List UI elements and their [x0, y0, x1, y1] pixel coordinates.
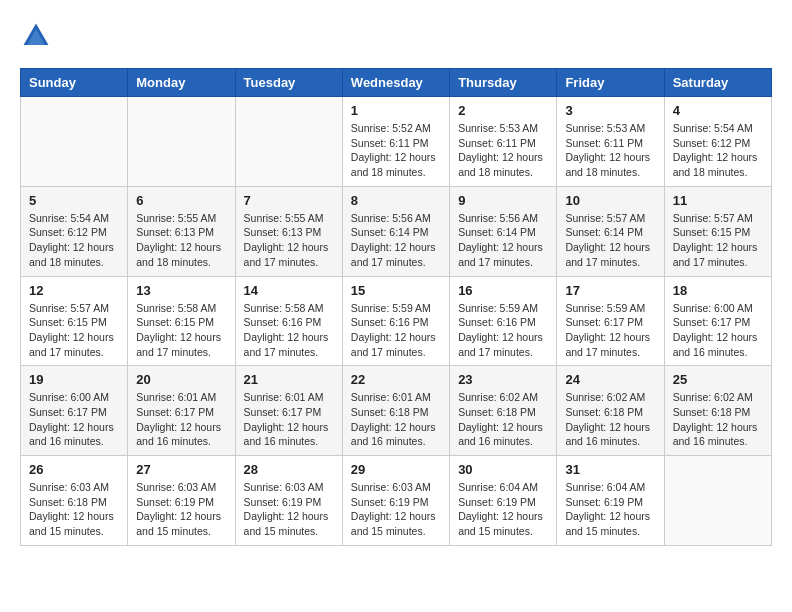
calendar-cell: 1Sunrise: 5:52 AM Sunset: 6:11 PM Daylig… — [342, 97, 449, 187]
day-number: 5 — [29, 193, 119, 208]
day-header-thursday: Thursday — [450, 69, 557, 97]
calendar-cell: 2Sunrise: 5:53 AM Sunset: 6:11 PM Daylig… — [450, 97, 557, 187]
day-number: 31 — [565, 462, 655, 477]
day-number: 26 — [29, 462, 119, 477]
calendar-cell: 22Sunrise: 6:01 AM Sunset: 6:18 PM Dayli… — [342, 366, 449, 456]
day-info: Sunrise: 5:57 AM Sunset: 6:14 PM Dayligh… — [565, 211, 655, 270]
day-info: Sunrise: 6:00 AM Sunset: 6:17 PM Dayligh… — [29, 390, 119, 449]
calendar-cell: 27Sunrise: 6:03 AM Sunset: 6:19 PM Dayli… — [128, 456, 235, 546]
calendar-cell: 12Sunrise: 5:57 AM Sunset: 6:15 PM Dayli… — [21, 276, 128, 366]
day-number: 17 — [565, 283, 655, 298]
day-number: 8 — [351, 193, 441, 208]
day-info: Sunrise: 5:56 AM Sunset: 6:14 PM Dayligh… — [458, 211, 548, 270]
day-header-tuesday: Tuesday — [235, 69, 342, 97]
day-info: Sunrise: 5:59 AM Sunset: 6:17 PM Dayligh… — [565, 301, 655, 360]
day-number: 23 — [458, 372, 548, 387]
calendar-cell: 25Sunrise: 6:02 AM Sunset: 6:18 PM Dayli… — [664, 366, 771, 456]
day-info: Sunrise: 5:57 AM Sunset: 6:15 PM Dayligh… — [673, 211, 763, 270]
day-number: 14 — [244, 283, 334, 298]
day-header-sunday: Sunday — [21, 69, 128, 97]
day-info: Sunrise: 6:02 AM Sunset: 6:18 PM Dayligh… — [673, 390, 763, 449]
day-info: Sunrise: 6:03 AM Sunset: 6:18 PM Dayligh… — [29, 480, 119, 539]
calendar-cell: 17Sunrise: 5:59 AM Sunset: 6:17 PM Dayli… — [557, 276, 664, 366]
calendar-week-row: 5Sunrise: 5:54 AM Sunset: 6:12 PM Daylig… — [21, 186, 772, 276]
day-info: Sunrise: 6:02 AM Sunset: 6:18 PM Dayligh… — [565, 390, 655, 449]
calendar-cell: 21Sunrise: 6:01 AM Sunset: 6:17 PM Dayli… — [235, 366, 342, 456]
day-number: 1 — [351, 103, 441, 118]
calendar-cell — [128, 97, 235, 187]
day-info: Sunrise: 6:03 AM Sunset: 6:19 PM Dayligh… — [351, 480, 441, 539]
day-info: Sunrise: 5:53 AM Sunset: 6:11 PM Dayligh… — [458, 121, 548, 180]
day-info: Sunrise: 5:54 AM Sunset: 6:12 PM Dayligh… — [673, 121, 763, 180]
day-info: Sunrise: 5:59 AM Sunset: 6:16 PM Dayligh… — [458, 301, 548, 360]
calendar-cell: 31Sunrise: 6:04 AM Sunset: 6:19 PM Dayli… — [557, 456, 664, 546]
day-number: 16 — [458, 283, 548, 298]
day-info: Sunrise: 5:55 AM Sunset: 6:13 PM Dayligh… — [244, 211, 334, 270]
calendar-cell: 23Sunrise: 6:02 AM Sunset: 6:18 PM Dayli… — [450, 366, 557, 456]
day-info: Sunrise: 5:59 AM Sunset: 6:16 PM Dayligh… — [351, 301, 441, 360]
day-info: Sunrise: 6:01 AM Sunset: 6:18 PM Dayligh… — [351, 390, 441, 449]
calendar-cell: 18Sunrise: 6:00 AM Sunset: 6:17 PM Dayli… — [664, 276, 771, 366]
day-number: 3 — [565, 103, 655, 118]
day-info: Sunrise: 5:54 AM Sunset: 6:12 PM Dayligh… — [29, 211, 119, 270]
calendar-week-row: 26Sunrise: 6:03 AM Sunset: 6:18 PM Dayli… — [21, 456, 772, 546]
day-number: 7 — [244, 193, 334, 208]
day-info: Sunrise: 6:02 AM Sunset: 6:18 PM Dayligh… — [458, 390, 548, 449]
day-number: 12 — [29, 283, 119, 298]
day-number: 10 — [565, 193, 655, 208]
day-number: 15 — [351, 283, 441, 298]
day-info: Sunrise: 5:53 AM Sunset: 6:11 PM Dayligh… — [565, 121, 655, 180]
day-number: 29 — [351, 462, 441, 477]
calendar-cell: 3Sunrise: 5:53 AM Sunset: 6:11 PM Daylig… — [557, 97, 664, 187]
logo-icon — [20, 20, 52, 52]
day-info: Sunrise: 5:55 AM Sunset: 6:13 PM Dayligh… — [136, 211, 226, 270]
day-info: Sunrise: 5:56 AM Sunset: 6:14 PM Dayligh… — [351, 211, 441, 270]
day-number: 9 — [458, 193, 548, 208]
calendar-cell: 29Sunrise: 6:03 AM Sunset: 6:19 PM Dayli… — [342, 456, 449, 546]
calendar-cell: 20Sunrise: 6:01 AM Sunset: 6:17 PM Dayli… — [128, 366, 235, 456]
day-number: 19 — [29, 372, 119, 387]
day-number: 27 — [136, 462, 226, 477]
calendar-cell: 14Sunrise: 5:58 AM Sunset: 6:16 PM Dayli… — [235, 276, 342, 366]
calendar-cell: 30Sunrise: 6:04 AM Sunset: 6:19 PM Dayli… — [450, 456, 557, 546]
calendar-cell: 28Sunrise: 6:03 AM Sunset: 6:19 PM Dayli… — [235, 456, 342, 546]
day-info: Sunrise: 5:58 AM Sunset: 6:15 PM Dayligh… — [136, 301, 226, 360]
day-number: 4 — [673, 103, 763, 118]
calendar-week-row: 1Sunrise: 5:52 AM Sunset: 6:11 PM Daylig… — [21, 97, 772, 187]
day-number: 11 — [673, 193, 763, 208]
calendar-cell: 19Sunrise: 6:00 AM Sunset: 6:17 PM Dayli… — [21, 366, 128, 456]
day-header-saturday: Saturday — [664, 69, 771, 97]
calendar-cell: 10Sunrise: 5:57 AM Sunset: 6:14 PM Dayli… — [557, 186, 664, 276]
calendar-cell — [664, 456, 771, 546]
day-info: Sunrise: 5:57 AM Sunset: 6:15 PM Dayligh… — [29, 301, 119, 360]
day-header-wednesday: Wednesday — [342, 69, 449, 97]
day-number: 30 — [458, 462, 548, 477]
calendar-cell: 9Sunrise: 5:56 AM Sunset: 6:14 PM Daylig… — [450, 186, 557, 276]
calendar-cell: 26Sunrise: 6:03 AM Sunset: 6:18 PM Dayli… — [21, 456, 128, 546]
day-number: 20 — [136, 372, 226, 387]
day-number: 28 — [244, 462, 334, 477]
day-number: 2 — [458, 103, 548, 118]
calendar-cell: 16Sunrise: 5:59 AM Sunset: 6:16 PM Dayli… — [450, 276, 557, 366]
day-number: 25 — [673, 372, 763, 387]
calendar-cell: 4Sunrise: 5:54 AM Sunset: 6:12 PM Daylig… — [664, 97, 771, 187]
day-number: 18 — [673, 283, 763, 298]
calendar-cell: 7Sunrise: 5:55 AM Sunset: 6:13 PM Daylig… — [235, 186, 342, 276]
day-number: 21 — [244, 372, 334, 387]
calendar-header-row: SundayMondayTuesdayWednesdayThursdayFrid… — [21, 69, 772, 97]
day-info: Sunrise: 6:03 AM Sunset: 6:19 PM Dayligh… — [244, 480, 334, 539]
day-number: 6 — [136, 193, 226, 208]
day-number: 24 — [565, 372, 655, 387]
day-info: Sunrise: 6:04 AM Sunset: 6:19 PM Dayligh… — [565, 480, 655, 539]
day-info: Sunrise: 6:00 AM Sunset: 6:17 PM Dayligh… — [673, 301, 763, 360]
day-info: Sunrise: 6:01 AM Sunset: 6:17 PM Dayligh… — [136, 390, 226, 449]
calendar-cell: 6Sunrise: 5:55 AM Sunset: 6:13 PM Daylig… — [128, 186, 235, 276]
calendar-cell: 5Sunrise: 5:54 AM Sunset: 6:12 PM Daylig… — [21, 186, 128, 276]
calendar-cell: 15Sunrise: 5:59 AM Sunset: 6:16 PM Dayli… — [342, 276, 449, 366]
day-info: Sunrise: 5:52 AM Sunset: 6:11 PM Dayligh… — [351, 121, 441, 180]
calendar-cell: 24Sunrise: 6:02 AM Sunset: 6:18 PM Dayli… — [557, 366, 664, 456]
day-number: 13 — [136, 283, 226, 298]
day-info: Sunrise: 6:04 AM Sunset: 6:19 PM Dayligh… — [458, 480, 548, 539]
calendar-cell — [235, 97, 342, 187]
day-info: Sunrise: 6:01 AM Sunset: 6:17 PM Dayligh… — [244, 390, 334, 449]
